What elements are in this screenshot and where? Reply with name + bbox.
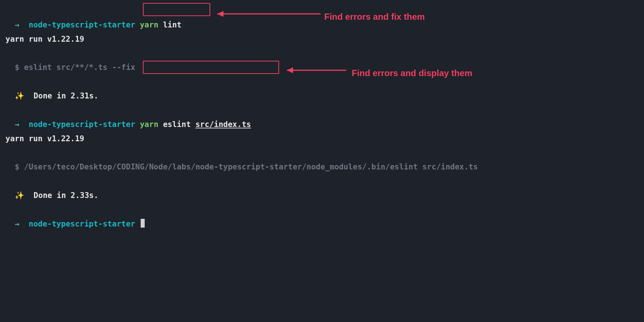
command-arg-path: src/index.ts <box>195 120 251 129</box>
exec-line: $ /Users/teco/Desktop/CODING/Node/labs/n… <box>5 146 644 174</box>
prompt-arrow-icon: → <box>15 20 19 29</box>
prompt-directory: node-typescript-starter <box>29 20 135 29</box>
annotation-text-1: Find errors and fix them <box>324 9 425 25</box>
cursor-icon <box>141 219 145 228</box>
dollar-sign: $ <box>15 63 19 72</box>
done-line: ✨ Done in 2.33s. <box>5 174 644 203</box>
prompt-arrow-icon: → <box>15 120 19 129</box>
prompt-directory: node-typescript-starter <box>29 120 135 129</box>
prompt-directory: node-typescript-starter <box>29 220 135 228</box>
exec-command: /Users/teco/Desktop/CODING/Node/labs/nod… <box>24 162 478 171</box>
spacer <box>158 120 163 129</box>
terminal-line: → node-typescript-starter yarn eslint sr… <box>5 103 644 132</box>
spacer <box>158 20 163 29</box>
exec-command: eslint src/**/*.ts --fix <box>24 63 135 72</box>
exec-line: $ eslint src/**/*.ts --fix <box>5 46 644 75</box>
spacer <box>135 20 140 29</box>
yarn-version-line: yarn run v1.22.19 <box>5 132 644 146</box>
spacer <box>24 91 33 100</box>
done-text: Done in 2.31s. <box>34 91 99 100</box>
sparkle-icon: ✨ <box>15 91 24 100</box>
command-yarn: yarn <box>140 20 159 29</box>
done-text: Done in 2.33s. <box>34 191 99 200</box>
spacer <box>135 120 140 129</box>
command-arg: eslint <box>163 120 196 129</box>
spacer <box>19 120 29 129</box>
command-arg: lint <box>163 20 182 29</box>
spacer <box>135 220 140 228</box>
sparkle-icon: ✨ <box>15 191 24 200</box>
spacer <box>19 63 24 72</box>
dollar-sign: $ <box>15 162 19 171</box>
prompt-arrow-icon: → <box>15 220 19 228</box>
command-yarn: yarn <box>140 120 159 129</box>
yarn-version-line: yarn run v1.22.19 <box>5 32 644 46</box>
done-line: ✨ Done in 2.31s. <box>5 75 644 103</box>
annotation-text-2: Find errors and display them <box>352 65 472 81</box>
spacer <box>24 191 33 200</box>
spacer <box>19 162 24 171</box>
spacer <box>19 20 29 29</box>
terminal-line[interactable]: → node-typescript-starter <box>5 203 644 231</box>
spacer <box>19 220 29 228</box>
